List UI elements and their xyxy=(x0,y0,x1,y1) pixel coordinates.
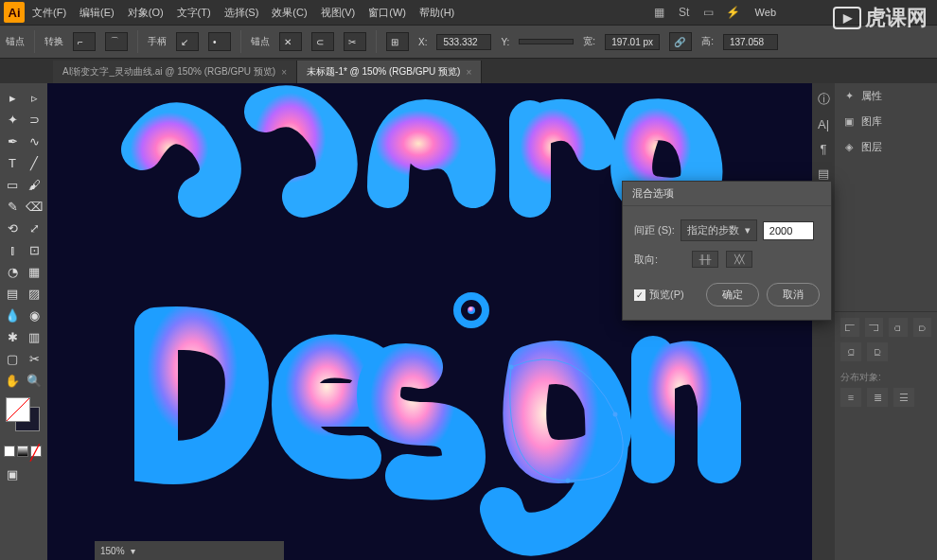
align-bottom-button[interactable]: ⫒ xyxy=(867,342,888,361)
x-label: X: xyxy=(418,37,427,47)
width-tool[interactable]: ⫿ xyxy=(2,239,23,260)
type-tool[interactable]: T xyxy=(2,152,23,173)
status-bar: 150% ▾ xyxy=(95,541,284,560)
hand-tool[interactable]: ✋ xyxy=(2,370,23,391)
menu-edit[interactable]: 编辑(E) xyxy=(74,3,120,23)
perspective-tool[interactable]: ▦ xyxy=(24,261,44,282)
remove-anchor-button[interactable]: ✕ xyxy=(279,32,302,51)
symbol-sprayer-tool[interactable]: ✱ xyxy=(2,326,23,347)
direct-selection-tool[interactable]: ▹ xyxy=(24,87,44,108)
eraser-tool[interactable]: ⌫ xyxy=(24,196,44,217)
menu-effect[interactable]: 效果(C) xyxy=(266,3,312,23)
eyedropper-tool[interactable]: 💧 xyxy=(2,305,23,325)
orient-path-button[interactable]: ╳╳ xyxy=(726,251,752,268)
cut-path-button[interactable]: ✂ xyxy=(344,32,366,51)
anchor-label: 锚点 xyxy=(6,35,25,48)
graph-tool[interactable]: ▥ xyxy=(24,326,44,347)
cancel-button[interactable]: 取消 xyxy=(767,283,820,306)
connect-anchor-button[interactable]: ⊂ xyxy=(311,32,334,51)
menu-view[interactable]: 视图(V) xyxy=(315,3,362,23)
curvature-tool[interactable]: ∿ xyxy=(24,131,44,151)
rotate-tool[interactable]: ⟲ xyxy=(2,218,23,238)
menu-type[interactable]: 文字(T) xyxy=(171,3,217,23)
tab-document-1[interactable]: AI渐变文字_灵动曲线.ai @ 150% (RGB/GPU 预览) × xyxy=(53,61,297,83)
orient-page-button[interactable]: ╫╫ xyxy=(692,251,718,268)
panel-label: 图库 xyxy=(861,114,882,129)
gpu-icon[interactable]: ⚡ xyxy=(725,5,742,20)
align-left-button[interactable]: ⫍ xyxy=(840,318,859,337)
x-input[interactable]: 533.332 xyxy=(436,34,491,50)
dist-top-button[interactable]: ≡ xyxy=(840,388,861,407)
zoom-tool[interactable]: 🔍 xyxy=(24,370,44,391)
properties-panel-icon[interactable]: ▤ xyxy=(815,165,832,182)
y-input[interactable] xyxy=(519,39,574,44)
close-icon[interactable]: × xyxy=(466,67,471,78)
panel-properties[interactable]: ✦ 属性 xyxy=(835,83,937,109)
info-icon[interactable]: ⓘ xyxy=(815,91,832,108)
toolbox: ▸▹ ✦⊃ ✒∿ T╱ ▭🖌 ✎⌫ ⟲⤢ ⫿⊡ ◔▦ ▤▨ 💧◉ ✱▥ ▢✂ ✋… xyxy=(0,83,47,560)
convert-corner-button[interactable]: ⌐ xyxy=(73,32,96,51)
menu-select[interactable]: 选择(S) xyxy=(219,3,265,23)
rectangle-tool[interactable]: ▭ xyxy=(2,174,23,195)
arrange-icon[interactable]: ▭ xyxy=(700,5,717,20)
free-transform-tool[interactable]: ⊡ xyxy=(24,239,44,260)
chevron-down-icon[interactable]: ▾ xyxy=(131,546,135,556)
handle-button-1[interactable]: ↙ xyxy=(176,32,199,51)
chevron-down-icon: ▾ xyxy=(745,224,751,236)
screen-mode-button[interactable]: ▣ xyxy=(2,464,23,484)
shaper-tool[interactable]: ✎ xyxy=(2,196,23,217)
ok-button[interactable]: 确定 xyxy=(706,283,759,306)
panel-libraries[interactable]: ▣ 图库 xyxy=(835,109,937,134)
tab-document-2[interactable]: 未标题-1* @ 150% (RGB/GPU 预览) × xyxy=(297,61,482,83)
shape-builder-tool[interactable]: ◔ xyxy=(2,261,23,282)
menu-window[interactable]: 窗口(W) xyxy=(362,3,412,23)
spacing-mode-value: 指定的步数 xyxy=(687,223,739,237)
pen-tool[interactable]: ✒ xyxy=(2,131,23,151)
preview-checkbox[interactable]: ✓ 预览(P) xyxy=(634,288,684,302)
w-input[interactable]: 197.01 px xyxy=(605,34,660,50)
scale-tool[interactable]: ⤢ xyxy=(24,218,44,238)
align-right-button[interactable]: ⫏ xyxy=(889,318,908,337)
fill-stroke-swatch[interactable] xyxy=(6,397,40,431)
magic-wand-tool[interactable]: ✦ xyxy=(2,109,23,130)
paintbrush-tool[interactable]: 🖌 xyxy=(24,174,44,195)
link-wh-button[interactable]: 🔗 xyxy=(669,32,692,51)
stock-icon[interactable]: St xyxy=(676,5,693,20)
menu-file[interactable]: 文件(F) xyxy=(27,3,72,23)
panel-layers[interactable]: ◈ 图层 xyxy=(835,134,937,160)
lasso-tool[interactable]: ⊃ xyxy=(24,109,44,130)
canvas-area[interactable]: 150% ▾ xyxy=(47,83,812,560)
h-input[interactable]: 137.058 xyxy=(723,34,778,50)
close-icon[interactable]: × xyxy=(281,67,287,78)
paragraph-panel-icon[interactable]: ¶ xyxy=(815,140,832,157)
layers-icon: ◈ xyxy=(842,141,856,154)
char-panel-icon[interactable]: A| xyxy=(815,115,832,132)
zoom-level[interactable]: 150% xyxy=(100,546,125,556)
ref-point-selector[interactable]: ⊞ xyxy=(386,32,409,51)
menu-help[interactable]: 帮助(H) xyxy=(414,3,460,23)
blend-tool[interactable]: ◉ xyxy=(24,305,44,325)
artboard[interactable] xyxy=(47,83,812,560)
bridge-icon[interactable]: ▦ xyxy=(651,5,668,20)
dist-bottom-button[interactable]: ☰ xyxy=(893,388,914,407)
align-vcenter-button[interactable]: ⫑ xyxy=(840,342,861,361)
color-mode-button[interactable] xyxy=(4,446,15,457)
gradient-tool[interactable]: ▨ xyxy=(24,283,44,304)
align-top-button[interactable]: ⫐ xyxy=(913,318,932,337)
align-hcenter-button[interactable]: ⫎ xyxy=(865,318,884,337)
mesh-tool[interactable]: ▤ xyxy=(2,283,23,304)
slice-tool[interactable]: ✂ xyxy=(24,348,44,369)
dist-vcenter-button[interactable]: ≣ xyxy=(867,388,888,407)
none-mode-button[interactable]: ╱ xyxy=(30,446,42,457)
handle-button-2[interactable]: • xyxy=(208,32,231,51)
spacing-value-input[interactable] xyxy=(763,221,814,240)
menu-object[interactable]: 对象(O) xyxy=(122,3,169,23)
selection-tool[interactable]: ▸ xyxy=(2,87,23,108)
spacing-mode-select[interactable]: 指定的步数 ▾ xyxy=(681,219,757,241)
libraries-icon: ▣ xyxy=(842,115,856,129)
artboard-tool[interactable]: ▢ xyxy=(2,348,23,369)
gradient-mode-button[interactable] xyxy=(17,446,28,457)
workspace-switcher[interactable]: Web xyxy=(750,4,782,21)
convert-smooth-button[interactable]: ⌒ xyxy=(105,32,128,51)
line-tool[interactable]: ╱ xyxy=(24,152,44,173)
